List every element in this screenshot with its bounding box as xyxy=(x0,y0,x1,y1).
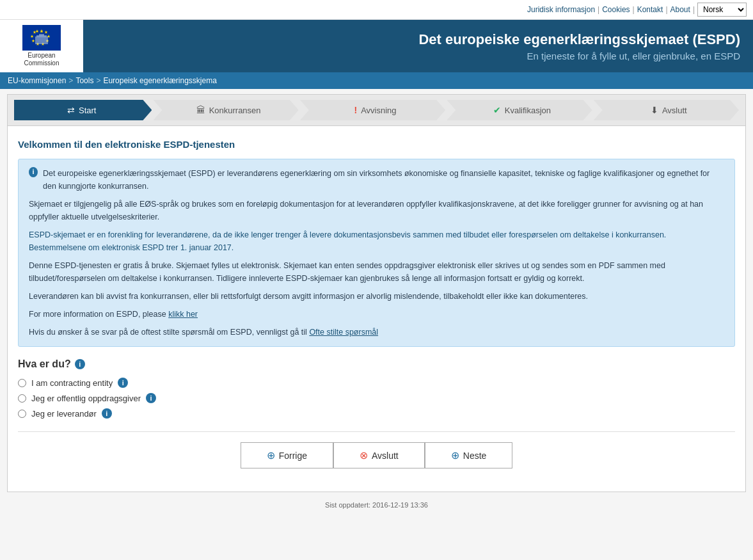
leverandor-info-icon[interactable]: i xyxy=(102,408,112,419)
breadcrumb-current: Europeisk egenerklæringsskjema xyxy=(103,76,216,85)
radio-contracting-entity-label: I am contracting entity xyxy=(31,378,113,388)
step-avslutt-label: Avslutt xyxy=(662,106,687,115)
who-title: Hva er du? i xyxy=(18,358,735,370)
juridisk-link[interactable]: Juridisk informasjon xyxy=(527,5,595,14)
main-content: ⇄ Start 🏛 Konkurransen ! Avvisning ✔ Kva… xyxy=(7,94,746,492)
button-bar: ⊕ Forrige ⊗ Avslutt ⊕ Neste xyxy=(18,431,735,479)
kvalifikasjon-icon: ✔ xyxy=(493,105,501,115)
main-title: Det europeiske egenerklæringsskjemaet (E… xyxy=(96,31,740,48)
cancel-button[interactable]: ⊗ Avslutt xyxy=(333,442,425,468)
step-avvisning-label: Avvisning xyxy=(361,106,396,115)
info-box-header: i Det europeiske egenerklæringsskjemaet … xyxy=(29,167,724,193)
avvisning-icon: ! xyxy=(354,105,357,115)
radio-contracting-entity[interactable]: I am contracting entity i xyxy=(18,378,735,388)
info-para-1: Skjemaet er tilgjengelig på alle EØS-spr… xyxy=(29,198,724,223)
step-konkurransen[interactable]: 🏛 Konkurransen xyxy=(153,100,298,120)
top-navigation: Juridisk informasjon | Cookies | Kontakt… xyxy=(0,0,753,20)
step-start-label: Start xyxy=(79,106,96,115)
info-box: i Det europeiske egenerklæringsskjemaet … xyxy=(18,159,735,347)
next-icon: ⊕ xyxy=(451,449,459,461)
klikk-her-link[interactable]: klikk her xyxy=(168,310,198,319)
info-para-0: Det europeiske egenerklæringsskjemaet (E… xyxy=(43,167,724,193)
radio-leverandor-label: Jeg er leverandør xyxy=(31,409,97,419)
language-select[interactable]: Norsk English Deutsch Français xyxy=(697,3,747,17)
content-area: Velkommen til den elektroniske ESPD-tjen… xyxy=(8,126,745,492)
radio-leverandor-input[interactable] xyxy=(18,410,26,418)
breadcrumb-home[interactable]: EU-kommisjonen xyxy=(8,76,66,85)
logo-area: European Commission xyxy=(0,20,83,72)
radio-contracting-entity-input[interactable] xyxy=(18,379,26,387)
who-section: Hva er du? i I am contracting entity i J… xyxy=(18,358,735,419)
prev-icon: ⊕ xyxy=(267,449,275,461)
breadcrumb-tools[interactable]: Tools xyxy=(75,76,93,85)
kontakt-link[interactable]: Kontakt xyxy=(637,5,663,14)
more-info-line: For more information on ESPD, please kli… xyxy=(29,308,724,321)
avslutt-icon: ⬇ xyxy=(651,105,658,115)
prev-button[interactable]: ⊕ Forrige xyxy=(241,442,333,468)
radio-offentlig-input[interactable] xyxy=(18,394,26,403)
about-link[interactable]: About xyxy=(670,5,690,14)
svg-rect-14 xyxy=(39,34,44,36)
cookies-link[interactable]: Cookies xyxy=(602,5,630,14)
step-start[interactable]: ⇄ Start xyxy=(14,100,152,120)
info-para-3: Denne ESPD-tjenesten er gratis å bruke. … xyxy=(29,259,724,285)
step-kvalifikasjon-label: Kvalifikasjon xyxy=(505,106,551,115)
breadcrumb: EU-kommisjonen > Tools > Europeisk egene… xyxy=(0,72,753,89)
step-avslutt[interactable]: ⬇ Avslutt xyxy=(594,100,739,120)
step-kvalifikasjon[interactable]: ✔ Kvalifikasjon xyxy=(447,100,592,120)
contracting-entity-info-icon[interactable]: i xyxy=(118,378,128,388)
info-circle-icon: i xyxy=(29,167,38,177)
faq-line: Hvis du ønsker å se svar på de oftest st… xyxy=(29,326,724,339)
cancel-label: Avslutt xyxy=(372,451,399,461)
step-konkurransen-label: Konkurransen xyxy=(209,106,261,115)
next-label: Neste xyxy=(463,451,487,461)
faq-link[interactable]: Ofte stilte spørsmål xyxy=(309,328,378,337)
sub-title: En tjeneste for å fylle ut, eller gjenbr… xyxy=(96,51,740,61)
step-bar: ⇄ Start 🏛 Konkurransen ! Avvisning ✔ Kva… xyxy=(8,95,745,126)
page-header: European Commission Det europeiske egene… xyxy=(0,20,753,72)
radio-offentlig-label: Jeg er offentlig oppdragsgiver xyxy=(31,394,141,403)
radio-offentlig[interactable]: Jeg er offentlig oppdragsgiver i xyxy=(18,393,735,403)
top-nav-links: Juridisk informasjon | Cookies | Kontakt… xyxy=(527,3,747,17)
start-icon: ⇄ xyxy=(67,105,75,115)
logo-text: European Commission xyxy=(24,52,59,67)
info-para-4: Leverandøren kan bli avvist fra konkurra… xyxy=(29,290,724,303)
header-titles: Det europeiske egenerklæringsskjemaet (E… xyxy=(83,26,753,67)
info-para-2: ESPD-skjemaet er en forenkling for lever… xyxy=(29,228,724,254)
eu-flag xyxy=(22,25,61,51)
step-avvisning[interactable]: ! Avvisning xyxy=(300,100,445,120)
who-info-icon[interactable]: i xyxy=(75,359,85,369)
prev-label: Forrige xyxy=(279,451,307,461)
konkurransen-icon: 🏛 xyxy=(196,105,205,115)
last-updated: Sist oppdatert: 2016-12-19 13:36 xyxy=(325,501,428,509)
cancel-icon: ⊗ xyxy=(360,449,368,461)
next-button[interactable]: ⊕ Neste xyxy=(425,442,513,468)
svg-rect-12 xyxy=(35,36,48,44)
offentlig-info-icon[interactable]: i xyxy=(146,393,156,403)
page-footer: Sist oppdatert: 2016-12-19 13:36 xyxy=(0,497,753,513)
welcome-title: Velkommen til den elektroniske ESPD-tjen… xyxy=(18,139,735,150)
radio-leverandor[interactable]: Jeg er leverandør i xyxy=(18,408,735,419)
